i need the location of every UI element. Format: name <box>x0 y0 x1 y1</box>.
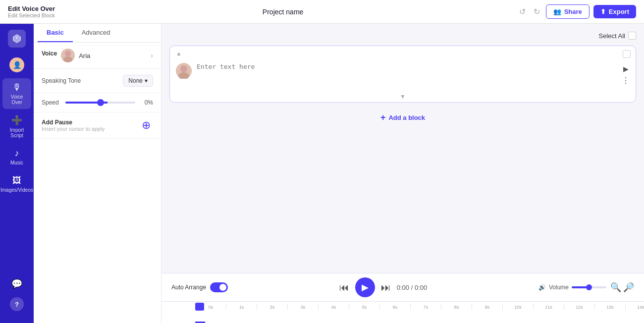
share-icon: 👥 <box>553 8 561 15</box>
ruler-mark: 14s <box>625 304 644 310</box>
voice-avatar <box>61 49 75 62</box>
block-header: ▲ <box>170 46 636 61</box>
ruler-mark: 7s <box>410 304 441 310</box>
voice-block: ▲ ▶ ⋮ <box>169 46 636 103</box>
header-subtitle: Edit Selected Block <box>8 12 255 18</box>
speaking-tone-label: Speaking Tone <box>42 77 81 84</box>
tone-dropdown-icon: ▾ <box>145 77 148 84</box>
help-button[interactable]: ? <box>10 297 24 311</box>
speed-label: Speed <box>42 99 61 106</box>
music-icon: ♪ <box>15 148 19 159</box>
voice-selector[interactable]: Voice Aria › <box>42 49 153 62</box>
voice-label: Voice <box>42 50 57 57</box>
sidebar-item-label: Music <box>10 160 23 165</box>
ruler-mark: 9s <box>472 304 502 310</box>
header-left: Edit Voice Over Edit Selected Block <box>8 5 255 18</box>
add-block-plus-icon: + <box>380 112 386 123</box>
zoom-out-button[interactable]: 🔍 <box>610 282 621 293</box>
add-block-row: + Add a block <box>169 108 636 127</box>
block-play-button[interactable]: ▶ <box>623 65 629 73</box>
block-collapse-icon[interactable]: ▲ <box>176 50 182 57</box>
left-panel: Basic Advanced Voice Aria › <box>34 24 161 323</box>
sidebar-item-chat[interactable]: 💬 <box>2 274 31 293</box>
block-checkbox[interactable] <box>623 50 631 58</box>
import-script-icon: ➕ <box>11 115 22 126</box>
ruler-mark: 13s <box>594 304 625 310</box>
timeline-row: 0s1s2s3s4s5s6s7s8s9s10s11s12s13s14s15s16… <box>161 301 644 323</box>
ruler-mark: 12s <box>564 304 594 310</box>
svg-point-1 <box>63 56 72 62</box>
redo-button[interactable]: ↻ <box>532 5 542 18</box>
volume-slider[interactable] <box>572 286 606 288</box>
ruler-mark: 10s <box>502 304 533 310</box>
auto-arrange-label: Auto Arrange <box>171 284 206 291</box>
add-pause-subtitle: Insert your cursor to apply <box>42 126 105 132</box>
zoom-controls: 🔍 🔎 <box>610 282 634 293</box>
ruler-mark: 8s <box>441 304 472 310</box>
content-inner: Select All ▲ <box>161 24 644 273</box>
svg-point-0 <box>65 51 71 56</box>
tab-advanced[interactable]: Advanced <box>73 24 119 42</box>
nav-avatar-item[interactable]: 👤 <box>2 54 31 76</box>
time-display: 0:00 / 0:00 <box>397 284 427 291</box>
ruler-mark: 11s <box>533 304 564 310</box>
right-controls: 🔊 Volume 🔍 🔎 <box>538 282 634 293</box>
select-all-checkbox[interactable] <box>628 32 636 40</box>
speaking-tone-section: Speaking Tone None ▾ <box>34 69 161 93</box>
content-area: Select All ▲ <box>161 24 644 323</box>
svg-point-3 <box>178 72 189 79</box>
play-button[interactable]: ▶ <box>355 277 375 297</box>
add-pause-info: Add Pause Insert your cursor to apply <box>42 119 105 132</box>
sidebar-item-import-script[interactable]: ➕ Import Script <box>2 111 31 142</box>
chat-icon: 💬 <box>11 278 22 289</box>
tab-basic[interactable]: Basic <box>38 24 73 42</box>
sidebar-item-images-videos[interactable]: 🖼 Images/Videos <box>2 171 31 197</box>
block-actions: ▶ ⋮ <box>622 63 630 85</box>
app-logo <box>8 30 26 48</box>
export-icon: ⬆ <box>600 8 606 15</box>
speed-section: Speed 0% <box>34 93 161 112</box>
icon-sidebar: 👤 🎙 Voice Over ➕ Import Script ♪ Music 🖼… <box>0 24 34 323</box>
block-text-input[interactable] <box>197 63 617 81</box>
export-button[interactable]: ⬆ Export <box>593 5 636 18</box>
auto-arrange-toggle[interactable] <box>210 282 228 292</box>
select-all-row: Select All <box>169 32 636 40</box>
project-name[interactable]: Project name <box>263 8 509 16</box>
sidebar-item-voice-over[interactable]: 🎙 Voice Over <box>2 78 31 109</box>
auto-arrange: Auto Arrange <box>171 282 228 292</box>
ruler-mark: 1s <box>226 304 257 310</box>
share-button[interactable]: 👥 Share <box>546 4 590 19</box>
sidebar-item-label: Import Script <box>5 127 28 138</box>
sidebar-item-music[interactable]: ♪ Music <box>2 144 31 169</box>
block-body: ▶ ⋮ <box>170 61 636 91</box>
header-actions: ↺ ↻ 👥 Share ⬆ Export <box>517 4 636 19</box>
sidebar-item-label: Images/Videos <box>0 187 33 193</box>
bottom-bar: Auto Arrange ⏮ ▶ ⏭ 0:00 / 0:00 <box>161 273 644 323</box>
voice-chevron-icon: › <box>151 52 153 59</box>
speed-slider[interactable] <box>65 102 135 104</box>
voice-name: Aria <box>79 52 147 59</box>
timeline-clip <box>195 303 204 311</box>
voice-section: Voice Aria › <box>34 43 161 69</box>
playback-row: Auto Arrange ⏮ ▶ ⏭ 0:00 / 0:00 <box>161 273 644 301</box>
user-avatar: 👤 <box>9 57 24 72</box>
add-pause-title: Add Pause <box>42 119 105 126</box>
skip-back-button[interactable]: ⏮ <box>339 282 349 293</box>
undo-button[interactable]: ↺ <box>517 5 528 18</box>
add-pause-button[interactable]: ⊕ <box>139 118 153 132</box>
ruler-mark: 6s <box>379 304 410 310</box>
app-header: Edit Voice Over Edit Selected Block Proj… <box>0 0 644 24</box>
ruler-mark: 2s <box>257 304 287 310</box>
panel-tabs: Basic Advanced <box>34 24 161 43</box>
block-more-button[interactable]: ⋮ <box>622 76 630 85</box>
block-expand-icon: ▼ <box>400 93 406 100</box>
block-expand-bottom[interactable]: ▼ <box>170 91 636 102</box>
speaking-tone-select[interactable]: None ▾ <box>123 75 153 87</box>
skip-forward-button[interactable]: ⏭ <box>381 282 391 293</box>
ruler-mark: 4s <box>318 304 349 310</box>
ruler-mark: 3s <box>287 304 318 310</box>
header-title: Edit Voice Over <box>8 5 255 12</box>
zoom-in-button[interactable]: 🔎 <box>623 282 634 293</box>
add-block-button[interactable]: + Add a block <box>380 108 425 127</box>
timeline-ruler: 0s1s2s3s4s5s6s7s8s9s10s11s12s13s14s15s16… <box>161 304 644 310</box>
